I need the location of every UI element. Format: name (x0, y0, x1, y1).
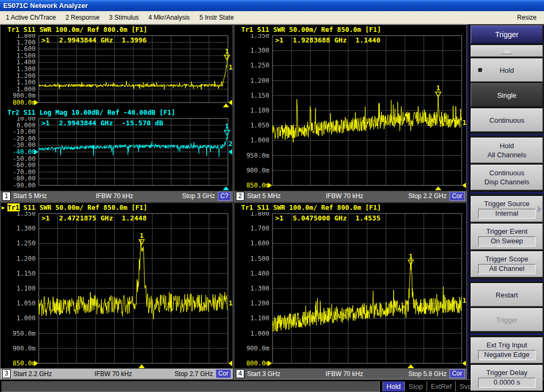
channel-number: 2 (236, 192, 244, 201)
start-frequency: Start 2.2 GHz (13, 370, 52, 378)
trace-name: Tr2 (7, 108, 20, 116)
trace-measurement: S11 SWR 50.00m/ Ref 850.0m [F1] (253, 25, 381, 33)
marker-frequency-readout: 2.4721875 GHz (59, 214, 113, 222)
stop-frequency: Stop 2.2 GHz (409, 192, 447, 200)
y-axis-label: 1.700 (250, 225, 269, 232)
radio-selected-icon (478, 68, 482, 72)
plot-ch1-tr2: 10.000.000-10.00-20.00-30.00-40.00-50.00… (1, 117, 233, 191)
plot-svg-tr1: 1.8001.7001.6001.5001.4001.3001.2001.100… (234, 212, 466, 369)
softkey-single[interactable]: Single (471, 83, 543, 107)
trace-panel-ch2-tr1: Tr1 S11 SWR 50.00m/ Ref 850.0m [F1]1.350… (234, 25, 466, 191)
window-title: E5071C Network Analyzer (3, 2, 88, 10)
y-axis-label: 1.200 (16, 254, 36, 262)
softkey-restart[interactable]: Restart (471, 283, 543, 306)
ifbw-label: IFBW 70 kHz (326, 192, 363, 200)
softkey-trigger-event[interactable]: Trigger EventOn Sweep (471, 224, 543, 250)
y-axis-label: 1.000 (250, 137, 269, 144)
trace-panel-ch1-tr2: Tr2 S11 Log Mag 10.00dB/ Ref -40.00dB [F… (1, 108, 233, 191)
marker-stimulus-triangle (407, 364, 414, 368)
y-axis-label: 800.0m (246, 360, 269, 367)
y-axis-label: 1.100 (16, 285, 36, 292)
ifbw-label: IFBW 70 kHz (96, 192, 133, 200)
plot-svg-tr2: 10.000.000-10.00-20.00-30.00-40.00-50.00… (1, 117, 233, 191)
menu-item-3[interactable]: 3 Stimulus (104, 14, 143, 21)
softkey-label: Disp Channels (484, 177, 530, 186)
softkey-value: 0.0000 s (478, 378, 536, 388)
menu-item-2[interactable]: 2 Response (61, 14, 104, 21)
trace-name: Tr1 (7, 203, 20, 211)
y-axis-label: 900.0m (13, 344, 36, 352)
softkey-hold[interactable]: Hold (471, 58, 543, 82)
channel-number: 1 (2, 192, 11, 201)
stop-frequency: Stop 5.8 GHz (409, 370, 447, 378)
trace-header[interactable]: Tr2 S11 Log Mag 10.00dB/ Ref -40.00dB [F… (1, 108, 233, 117)
y-axis-label: 1.150 (16, 269, 36, 277)
trace-measurement: S11 SWR 100.0m/ Ref 800.0m [F1] (20, 25, 148, 33)
status-bar: HoldStopExtRefSvc2014-10-05 10:48 (0, 379, 544, 392)
softkey-label: Trigger (496, 316, 518, 324)
trace-header[interactable]: ▶Tr1 S11 SWR 50.00m/ Ref 850.0m [F1] (1, 203, 233, 212)
y-axis-label: 1.000 (16, 314, 36, 322)
softkey-scroll-up-button[interactable] (471, 45, 543, 57)
menu-item-1[interactable]: 1 Active Ch/Trace (1, 14, 61, 21)
submenu-arrow-icon (538, 206, 542, 213)
marker-triangle (224, 130, 230, 135)
marker-value-readout: -15.570 dB (122, 119, 163, 127)
channel-status-bar-1[interactable]: 1Start 5 MHzIFBW 70 kHzStop 3 GHzC? (1, 191, 233, 201)
y-axis-label: 1.200 (250, 77, 269, 84)
softkey-trigger-source[interactable]: Trigger SourceInternal (471, 196, 543, 222)
status-indicator-hold: Hold (382, 381, 405, 391)
y-axis-label: 1.250 (16, 240, 36, 247)
channel-2: Tr1 S11 SWR 50.00m/ Ref 850.0m [F1]1.350… (234, 24, 467, 202)
channel-status-bar-4[interactable]: 4Start 3 GHzIFBW 70 kHzStop 5.8 GHzCor (234, 368, 466, 379)
softkey-trigger-delay[interactable]: Trigger Delay0.0000 s (471, 365, 543, 391)
menu-item-5[interactable]: 5 Instr State (194, 14, 239, 21)
trace-header[interactable]: Tr1 S11 SWR 100.0m/ Ref 800.0m [F1] (1, 25, 233, 34)
softkey-label: Hold (500, 141, 514, 150)
softkey-label: Continuous (489, 116, 524, 124)
marker-label: 1 (409, 252, 413, 260)
ref-level-arrow-left (34, 100, 38, 105)
y-axis-label: 1.300 (250, 47, 269, 54)
y-axis-label: 850.0m (246, 182, 269, 189)
trace-number-label: 2 (229, 140, 233, 148)
trace-measurement: S11 Log Mag 10.00dB/ Ref -40.00dB [F1] (20, 108, 176, 116)
trace-name: Tr1 (7, 25, 20, 33)
channel-status-bar-2[interactable]: 2Start 5 MHzIFBW 70 kHzStop 2.2 GHzCor (234, 191, 466, 201)
softkey-separator (470, 192, 544, 194)
ref-level-arrow-left (268, 183, 272, 188)
channel-number: 4 (236, 369, 244, 378)
marker-value-readout: 1.2448 (122, 214, 147, 222)
softkey-label: Single (497, 91, 516, 99)
marker-number-readout: >1 (41, 119, 50, 127)
plot-svg-tr1: 1.3501.3001.2501.2001.1501.1001.0501.000… (1, 212, 233, 369)
ref-level-arrow-left (34, 361, 38, 366)
y-axis-label: -90.00 (13, 182, 36, 189)
softkey-trigger-scope[interactable]: Trigger ScopeAll Channel (471, 251, 543, 277)
marker-frequency-readout: 1.9283688 GHz (293, 36, 347, 44)
trace-number-label: 1 (463, 119, 466, 126)
marker-value-readout: 1.4535 (355, 214, 380, 222)
ref-level-arrow-left (268, 361, 272, 366)
resize-button[interactable]: Resize (511, 14, 543, 21)
channel-status-bar-3[interactable]: 3Start 2.2 GHzIFBW 70 kHzStop 2.7 GHzCor (1, 368, 233, 379)
marker-triangle (436, 92, 441, 97)
softkey-menu-title: Trigger (471, 25, 543, 44)
trace-panel-ch3-tr1: ▶Tr1 S11 SWR 50.00m/ Ref 850.0m [F1]1.35… (1, 203, 233, 369)
marker-number-readout: >1 (275, 36, 284, 44)
marker-label: 1 (225, 48, 229, 55)
active-trace-arrow: ▶ (2, 203, 5, 212)
y-axis-label: 1.800 (250, 212, 269, 217)
scroll-up-icon (502, 49, 512, 54)
softkey-hold-all-channels[interactable]: HoldAll Channels (471, 138, 543, 163)
menu-item-4[interactable]: 4 Mkr/Analysis (143, 14, 194, 21)
plot-ch1-tr1: 1.8001.7001.6001.5001.4001.3001.2001.100… (1, 34, 233, 108)
softkey-continuous-disp-channels[interactable]: ContinuousDisp Channels (471, 165, 543, 190)
trace-header[interactable]: Tr1 S11 SWR 50.00m/ Ref 850.0m [F1] (234, 25, 466, 34)
ref-level-arrow-right (462, 183, 466, 188)
y-axis-label: 1.500 (250, 254, 269, 262)
softkey-label: All Channels (488, 150, 526, 159)
softkey-ext-trig-input[interactable]: Ext Trig InputNegative Edge (471, 337, 543, 363)
softkey-continuous[interactable]: Continuous (471, 108, 543, 132)
trace-header[interactable]: Tr1 S11 SWR 100.0m/ Ref 800.0m [F1] (234, 203, 466, 212)
